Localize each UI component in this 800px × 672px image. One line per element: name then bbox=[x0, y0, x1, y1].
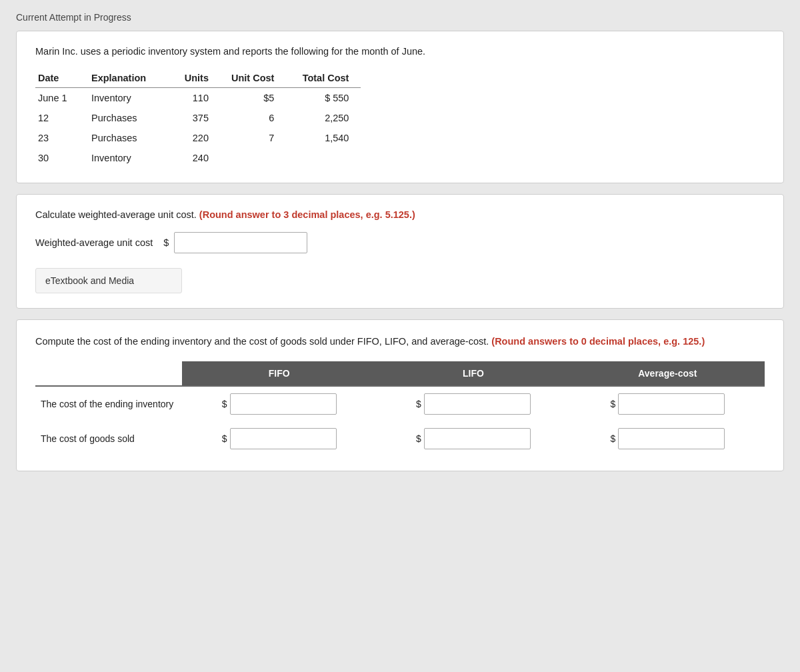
cell-explanation: Purchases bbox=[89, 128, 175, 148]
cell-unit-cost bbox=[229, 148, 294, 168]
weighted-input-label: Weighted-average unit cost bbox=[35, 237, 153, 248]
cell-date: 23 bbox=[35, 128, 89, 148]
compute-section: Compute the cost of the ending inventory… bbox=[16, 319, 784, 471]
inventory-description: Marin Inc. uses a periodic inventory sys… bbox=[35, 46, 765, 57]
dollar-lifo: $ bbox=[416, 399, 421, 409]
cell-total-cost: $ 550 bbox=[294, 88, 361, 109]
compute-description-plain: Compute the cost of the ending inventory… bbox=[35, 336, 491, 347]
cell-units: 375 bbox=[175, 108, 229, 128]
inventory-card: Marin Inc. uses a periodic inventory sys… bbox=[16, 31, 784, 183]
col-header-total-cost: Total Cost bbox=[294, 69, 361, 88]
table-row: 23 Purchases 220 7 1,540 bbox=[35, 128, 361, 148]
inventory-table: Date Explanation Units Unit Cost Total C… bbox=[35, 69, 361, 168]
table-row: June 1 Inventory 110 $5 $ 550 bbox=[35, 88, 361, 109]
cell-explanation: Purchases bbox=[89, 108, 175, 128]
dollar-avg: $ bbox=[610, 399, 615, 409]
col-header-date: Date bbox=[35, 69, 89, 88]
table-row: 30 Inventory 240 bbox=[35, 148, 361, 168]
etextbook-media-button[interactable]: eTextbook and Media bbox=[35, 268, 182, 293]
compute-cell-lifo: $ bbox=[376, 386, 570, 421]
col-header-unit-cost: Unit Cost bbox=[229, 69, 294, 88]
compute-cell-fifo: $ bbox=[182, 421, 376, 456]
weighted-description-plain: Calculate weighted-average unit cost. bbox=[35, 209, 199, 220]
cell-total-cost: 1,540 bbox=[294, 128, 361, 148]
compute-col-fifo: FIFO bbox=[182, 361, 376, 386]
cell-units: 110 bbox=[175, 88, 229, 109]
cell-date: 12 bbox=[35, 108, 89, 128]
compute-row-label: The cost of the ending inventory bbox=[35, 386, 182, 421]
dollar-avg: $ bbox=[610, 433, 615, 444]
cell-explanation: Inventory bbox=[89, 88, 175, 109]
dollar-sign: $ bbox=[163, 237, 169, 248]
current-attempt-label: Current Attempt in Progress bbox=[16, 12, 784, 23]
col-header-units: Units bbox=[175, 69, 229, 88]
compute-col-empty bbox=[35, 361, 182, 386]
cell-date: June 1 bbox=[35, 88, 89, 109]
compute-input-avg-0[interactable] bbox=[618, 393, 725, 415]
cell-total-cost bbox=[294, 148, 361, 168]
compute-row: The cost of the ending inventory $ $ $ bbox=[35, 386, 765, 421]
cell-explanation: Inventory bbox=[89, 148, 175, 168]
col-header-explanation: Explanation bbox=[89, 69, 175, 88]
compute-input-avg-1[interactable] bbox=[618, 428, 725, 449]
weighted-input-row: Weighted-average unit cost $ bbox=[35, 232, 765, 253]
dollar-fifo: $ bbox=[222, 433, 227, 444]
cell-units: 240 bbox=[175, 148, 229, 168]
compute-row-label: The cost of goods sold bbox=[35, 421, 182, 456]
cell-unit-cost: $5 bbox=[229, 88, 294, 109]
compute-cell-fifo: $ bbox=[182, 386, 376, 421]
cell-unit-cost: 6 bbox=[229, 108, 294, 128]
weighted-description-bold: (Round answer to 3 decimal places, e.g. … bbox=[199, 209, 415, 220]
compute-col-average-cost: Average-cost bbox=[571, 361, 765, 386]
compute-description: Compute the cost of the ending inventory… bbox=[35, 335, 765, 349]
weighted-average-input[interactable] bbox=[174, 232, 307, 253]
compute-cell-avg: $ bbox=[571, 386, 765, 421]
table-row: 12 Purchases 375 6 2,250 bbox=[35, 108, 361, 128]
compute-table: FIFO LIFO Average-cost The cost of the e… bbox=[35, 361, 765, 456]
compute-input-lifo-0[interactable] bbox=[424, 393, 531, 415]
compute-input-fifo-0[interactable] bbox=[230, 393, 337, 415]
compute-cell-lifo: $ bbox=[376, 421, 570, 456]
cell-unit-cost: 7 bbox=[229, 128, 294, 148]
cell-total-cost: 2,250 bbox=[294, 108, 361, 128]
compute-cell-avg: $ bbox=[571, 421, 765, 456]
compute-description-bold: (Round answers to 0 decimal places, e.g.… bbox=[491, 336, 705, 347]
compute-row: The cost of goods sold $ $ $ bbox=[35, 421, 765, 456]
dollar-fifo: $ bbox=[222, 399, 227, 409]
weighted-description: Calculate weighted-average unit cost. (R… bbox=[35, 209, 765, 220]
dollar-lifo: $ bbox=[416, 433, 421, 444]
compute-input-fifo-1[interactable] bbox=[230, 428, 337, 449]
weighted-average-section: Calculate weighted-average unit cost. (R… bbox=[16, 194, 784, 309]
cell-units: 220 bbox=[175, 128, 229, 148]
compute-input-lifo-1[interactable] bbox=[424, 428, 531, 449]
compute-col-lifo: LIFO bbox=[376, 361, 570, 386]
cell-date: 30 bbox=[35, 148, 89, 168]
